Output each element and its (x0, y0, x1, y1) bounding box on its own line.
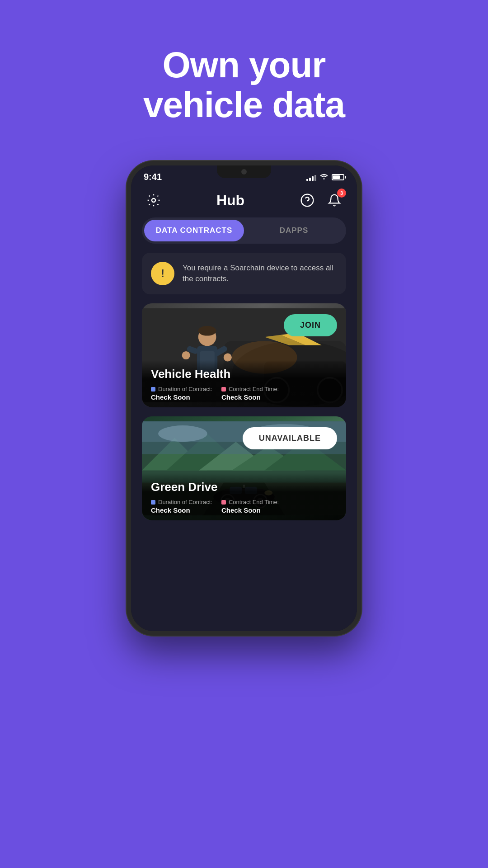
battery-icon (332, 174, 344, 180)
wifi-icon (320, 173, 328, 181)
tab-data-contracts[interactable]: DATA CONTRACTS (144, 220, 244, 241)
contract-card-green-drive: UNAVAILABLE Green Drive Duration of Cont… (142, 416, 346, 520)
duration-label: Duration of Contract: (158, 386, 212, 392)
gd-duration-dot (151, 500, 155, 505)
svg-point-11 (198, 326, 216, 336)
end-time-dot (221, 387, 226, 392)
page-title: Hub (216, 192, 244, 209)
tabs-container: DATA CONTRACTS DAPPS (131, 217, 357, 253)
notification-badge: 3 (337, 189, 346, 198)
camera (241, 169, 247, 175)
gd-duration-value: Check Soon (151, 506, 212, 514)
warning-text: You require a Soarchain device to access… (183, 263, 337, 284)
gd-duration-meta: Duration of Contract: Check Soon (151, 499, 212, 514)
join-button[interactable]: JOIN (284, 314, 337, 336)
gd-end-time-value: Check Soon (221, 506, 279, 514)
svg-point-1 (301, 194, 314, 207)
gd-end-time-label: Contract End Time: (229, 499, 279, 505)
warning-icon: ! (151, 262, 174, 285)
signal-icon (306, 174, 316, 181)
end-time-label: Contract End Time: (229, 386, 279, 392)
duration-meta: Duration of Contract: Check Soon (151, 386, 212, 401)
help-button[interactable] (297, 190, 317, 210)
app-screen: 9:41 (131, 165, 357, 631)
warning-banner: ! You require a Soarchain device to acce… (142, 253, 346, 294)
svg-point-27 (158, 425, 207, 442)
unavailable-button[interactable]: UNAVAILABLE (243, 427, 337, 449)
green-drive-meta: Duration of Contract: Check Soon Contrac… (151, 499, 337, 514)
end-time-value: Check Soon (221, 393, 279, 401)
green-drive-title: Green Drive (151, 480, 337, 494)
card-meta: Duration of Contract: Check Soon Contrac… (151, 386, 337, 401)
contract-card-vehicle-health: JOIN Vehicle Health Duration of Contract… (142, 303, 346, 407)
gd-end-time-dot (221, 500, 226, 505)
notification-button[interactable]: 3 (324, 190, 344, 210)
status-time: 9:41 (144, 172, 162, 182)
header-action-icons: 3 (297, 190, 344, 210)
hero-title: Own your vehicle data (143, 45, 345, 125)
tab-dapps[interactable]: DAPPS (244, 220, 344, 241)
duration-dot (151, 387, 155, 392)
end-time-meta: Contract End Time: Check Soon (221, 386, 279, 401)
contracts-list: JOIN Vehicle Health Duration of Contract… (131, 303, 357, 520)
card-overlay: Vehicle Health Duration of Contract: Che… (142, 360, 346, 407)
gd-duration-label: Duration of Contract: (158, 499, 212, 505)
svg-point-0 (152, 198, 155, 202)
contract-title: Vehicle Health (151, 367, 337, 381)
status-icons (306, 173, 344, 181)
duration-value: Check Soon (151, 393, 212, 401)
card-overlay-green-drive: Green Drive Duration of Contract: Check … (142, 473, 346, 520)
svg-point-15 (182, 351, 190, 359)
app-header: Hub 3 (131, 186, 357, 217)
phone-mockup: 9:41 (127, 161, 361, 636)
tabs-pill: DATA CONTRACTS DAPPS (142, 217, 346, 244)
settings-button[interactable] (144, 190, 164, 210)
gd-end-time-meta: Contract End Time: Check Soon (221, 499, 279, 514)
